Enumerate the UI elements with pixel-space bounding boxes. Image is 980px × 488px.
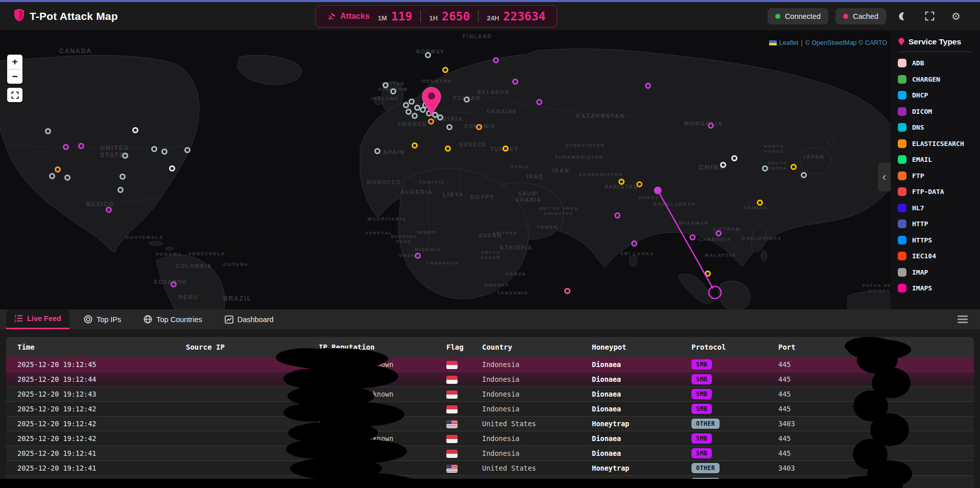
map-country-label: GUYANA (223, 262, 249, 267)
service-color-swatch (898, 187, 906, 196)
cell-honeypot: Honeytrap (581, 464, 680, 472)
service-type-item: HL7 (898, 200, 980, 216)
cell-country: Indonesia (471, 405, 581, 413)
service-color-swatch (898, 155, 906, 164)
tab-dashboard[interactable]: Dashboard (217, 309, 282, 329)
svg-text:1: 1 (14, 314, 16, 318)
gear-icon: ⚙ (951, 10, 961, 22)
landmass-greenland (237, 55, 301, 85)
satellite-dish-icon (327, 12, 337, 21)
service-type-label: FTP (912, 172, 924, 180)
service-type-label: IEC104 (912, 252, 936, 260)
map-country-label: KAZAKHSTAN (576, 113, 625, 119)
map-country-label: IRAN (552, 167, 570, 174)
service-type-label: DHCP (912, 91, 928, 99)
numbered-list-icon: 1 2 (14, 314, 23, 323)
feed-column-header-srcip: Source IP (175, 343, 307, 351)
panel-collapse-button[interactable]: ‹ (878, 163, 891, 191)
service-type-label: IMAP (912, 269, 928, 276)
counter-1h: 1H 2650 (429, 10, 470, 23)
service-type-label: HL7 (912, 204, 924, 212)
cell-ip-reputation: Reputation Unknown (307, 405, 435, 413)
map-country-label: POLAND (453, 95, 481, 101)
cell-honeypot: Honeytrap (581, 479, 680, 487)
map-country-label: NIGERIA (415, 247, 441, 252)
protocol-badge: OTHER (691, 478, 720, 488)
map-fullscreen-button[interactable] (7, 88, 22, 102)
cell-flag (435, 449, 471, 458)
cell-protocol: SMB (680, 389, 767, 399)
live-feed-section: TimeSource IPIP ReputationFlagCountryHon… (0, 329, 980, 488)
landmass-borneo (719, 281, 750, 309)
cell-port: 3403 (767, 464, 844, 472)
map-country-label: NEPAL (639, 195, 659, 200)
settings-button[interactable]: ⚙ (946, 7, 966, 26)
cell-honeypot: Honeytrap (581, 420, 680, 428)
bullseye-icon (84, 315, 92, 324)
svg-text:2: 2 (14, 319, 16, 323)
tab-top-countries[interactable]: Top Countries (135, 309, 210, 329)
pin-icon (898, 38, 905, 46)
counter-1m: 1M 119 (378, 10, 413, 23)
app-header: T-Pot Attack Map Attacks 1M 119 1H 2650 … (0, 2, 980, 30)
feed-menu-button[interactable] (958, 315, 968, 325)
tab-top-ips[interactable]: Top IPs (76, 309, 129, 329)
osm-carto-links[interactable]: © OpenStreetMap © CARTO (805, 39, 887, 46)
service-type-item: DNS (898, 119, 980, 136)
cell-flag (435, 360, 471, 369)
service-type-label: ELASTICSEARCH (912, 140, 964, 148)
cell-port: 445 (767, 375, 844, 383)
protocol-badge: SMB (691, 389, 712, 399)
map-country-label: SOUTHKOREA (768, 161, 787, 170)
landmass-island (827, 139, 835, 146)
service-type-label: ADB (912, 59, 924, 67)
cell-flag (435, 434, 471, 443)
cell-time: 2025-12-20 19:12:42 (6, 434, 175, 443)
cell-ip-reputation: Reputation Unknown (307, 434, 435, 443)
cell-time: 2025-12-20 19:12:42 (6, 420, 175, 428)
cell-honeypot: Dionaea (581, 405, 680, 413)
service-type-item: ADB (898, 55, 980, 71)
cell-country: Indonesia (471, 449, 581, 457)
map-country-label: BELARUS (477, 89, 509, 95)
protocol-badge: SMB (691, 448, 712, 458)
tab-live-feed[interactable]: 1 2 Live Feed (6, 309, 69, 329)
service-type-item: ELASTICSEARCH (898, 136, 980, 152)
cell-country: United States (471, 479, 581, 487)
attacks-label: Attacks (327, 12, 370, 21)
leaflet-link[interactable]: Leaflet (779, 39, 799, 46)
map-country-label: MEXICO (86, 201, 114, 207)
map-country-label: RWANDA (485, 283, 509, 287)
map-country-label: TAIWAN (744, 205, 768, 210)
map-country-label: COLOMBIA (176, 263, 212, 269)
protocol-badge: SMB (691, 359, 712, 370)
chevron-left-icon: ‹ (882, 170, 886, 184)
landmass-island (761, 251, 767, 261)
flag-icon-id (446, 376, 458, 384)
dark-mode-toggle[interactable] (893, 7, 913, 26)
shield-logo-icon (13, 8, 25, 24)
protocol-badge: OTHER (691, 419, 720, 429)
fullscreen-button[interactable] (920, 7, 939, 26)
cell-protocol: OTHER (680, 419, 767, 429)
cell-country: United States (471, 420, 581, 428)
map-country-label: PAKISTAN (605, 184, 638, 190)
map-country-label: UNITEDSTATES (100, 144, 130, 159)
map-country-label: UZBEKISTAN (565, 143, 605, 148)
map-attribution: Leaflet | © OpenStreetMap © CARTO (766, 38, 891, 47)
service-color-swatch (898, 107, 906, 116)
attack-map[interactable]: CANADAUNITEDSTATESMEXICOGUATEMALAPANAMAV… (0, 30, 980, 309)
map-zoom-in-button[interactable]: + (7, 55, 22, 69)
attack-dot-magenta (632, 241, 637, 246)
map-country-label: TUNISIA (419, 180, 445, 185)
service-color-swatch (898, 219, 906, 228)
attack-dot-magenta (690, 235, 695, 240)
cell-ip-reputation: Reputation Unknown (307, 375, 435, 383)
service-color-swatch (898, 123, 906, 132)
map-zoom-out-button[interactable]: − (7, 69, 22, 84)
map-country-label: SOUTHSUDAN (481, 250, 500, 260)
counter-24h: 24H 223634 (487, 10, 545, 23)
flag-icon-id (446, 450, 458, 458)
world-map-svg: CANADAUNITEDSTATESMEXICOGUATEMALAPANAMAV… (0, 30, 980, 309)
feed-column-header-flag: Flag (435, 343, 471, 351)
